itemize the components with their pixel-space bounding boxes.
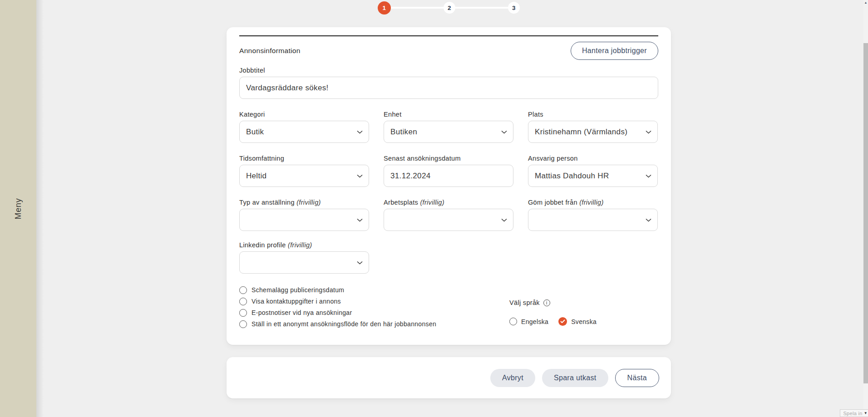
linkedin-profile-select[interactable] (239, 251, 369, 274)
gom-jobbet-fran-select[interactable] (528, 209, 658, 231)
kategori-value: Butik (246, 128, 264, 137)
jobbtitel-label: Jobbtitel (239, 67, 658, 74)
sidebar-shadow (36, 0, 44, 417)
section-title: Annonsinformation (239, 47, 301, 55)
gom-jobbet-fran-field: Göm jobbet från (frivillig) (528, 199, 658, 231)
ansokningsdatum-label: Senast ansökningsdatum (384, 155, 513, 162)
language-block: Välj språk i Engelska Svenska (509, 299, 597, 326)
stepper-connector (455, 7, 508, 9)
stepper-connector (391, 7, 444, 9)
ad-information-card: Annonsinformation Hantera jobbtrigger Jo… (227, 27, 671, 345)
checkbox-circle-icon (239, 286, 247, 294)
checkbox-anonymt-ansokningsflode[interactable]: Ställ in ett anonymt ansökningsflöde för… (239, 320, 436, 328)
checkbox-visa-kontaktuppgifter[interactable]: Visa kontaktuppgifter i annons (239, 297, 436, 305)
stepper-step-2[interactable]: 2 (444, 2, 455, 14)
checkbox-circle-icon (239, 309, 247, 317)
kategori-select[interactable]: Butik (239, 121, 369, 143)
cancel-button[interactable]: Avbryt (490, 369, 535, 387)
language-option-svenska[interactable]: Svenska (558, 317, 597, 326)
card-top-divider (239, 35, 658, 36)
chevron-down-icon (646, 130, 651, 134)
arbetsplats-select[interactable] (384, 209, 513, 231)
enhet-select[interactable]: Butiken (384, 121, 513, 143)
plats-value: Kristinehamn (Värmlands) (535, 128, 627, 137)
checkbox-circle-icon (239, 298, 247, 305)
options-checkbox-group: Schemalägg publiceringsdatum Visa kontak… (239, 286, 436, 331)
arbetsplats-label: Arbetsplats (frivillig) (384, 199, 513, 206)
linkedin-profile-field: Linkedin profile (frivillig) (239, 241, 369, 274)
caret-down-icon: ▼ (864, 411, 868, 415)
menu-toggle[interactable]: Meny (0, 191, 36, 227)
ansvarig-person-select[interactable]: Mattias Dahdouh HR (528, 165, 658, 187)
manage-jobtrigger-button[interactable]: Hantera jobbtrigger (571, 42, 658, 60)
plats-select[interactable]: Kristinehamn (Värmlands) (528, 121, 658, 143)
chevron-down-icon (357, 130, 363, 134)
jobbtitel-input[interactable] (239, 77, 658, 99)
enhet-value: Butiken (390, 128, 417, 137)
chevron-down-icon (646, 218, 651, 222)
stepper-step-3[interactable]: 3 (508, 2, 520, 14)
save-draft-button[interactable]: Spara utkast (542, 369, 608, 387)
next-button[interactable]: Nästa (615, 369, 659, 387)
tidsomfattning-field: Tidsomfattning Heltid (239, 155, 369, 187)
action-bar: Avbryt Spara utkast Nästa (227, 357, 671, 398)
arbetsplats-field: Arbetsplats (frivillig) (384, 199, 513, 231)
ansokningsdatum-field: Senast ansökningsdatum (384, 155, 513, 187)
kategori-field: Kategori Butik (239, 111, 369, 143)
radio-unchecked-icon (509, 318, 517, 325)
chevron-down-icon (357, 174, 363, 178)
tidsomfattning-value: Heltid (246, 172, 266, 181)
enhet-label: Enhet (384, 111, 513, 118)
checkbox-circle-icon (239, 320, 247, 328)
typ-av-anstallning-field: Typ av anställning (frivillig) (239, 199, 369, 231)
chevron-down-icon (501, 130, 507, 134)
plats-field: Plats Kristinehamn (Värmlands) (528, 111, 658, 143)
checkbox-epostnotiser[interactable]: E-postnotiser vid nya ansökningar (239, 309, 436, 317)
scrollbar-thumb[interactable] (863, 43, 868, 383)
ansokningsdatum-input[interactable] (384, 165, 513, 187)
enhet-field: Enhet Butiken (384, 111, 513, 143)
radio-checked-icon (558, 317, 567, 326)
ansvarig-person-field: Ansvarig person Mattias Dahdouh HR (528, 155, 658, 187)
kategori-label: Kategori (239, 111, 369, 118)
chevron-down-icon (357, 218, 363, 222)
scroll-up-arrow-icon[interactable]: ▲ (863, 0, 868, 5)
language-option-engelska[interactable]: Engelska (509, 318, 548, 325)
stepper-step-1[interactable]: 1 (378, 1, 391, 15)
typ-av-anstallning-label: Typ av anställning (frivillig) (239, 199, 369, 206)
sidebar: Meny (0, 0, 36, 417)
chevron-down-icon (501, 218, 507, 222)
gom-jobbet-fran-label: Göm jobbet från (frivillig) (528, 199, 658, 206)
record-button[interactable]: Spela in ▼ (840, 409, 868, 417)
ansvarig-person-value: Mattias Dahdouh HR (535, 172, 609, 181)
language-label: Välj språk (509, 299, 540, 306)
checkbox-schemalagg[interactable]: Schemalägg publiceringsdatum (239, 286, 436, 294)
info-icon[interactable]: i (543, 299, 550, 306)
tidsomfattning-label: Tidsomfattning (239, 155, 369, 162)
vertical-scrollbar[interactable]: ▲ (863, 0, 868, 417)
tidsomfattning-select[interactable]: Heltid (239, 165, 369, 187)
linkedin-profile-label: Linkedin profile (frivillig) (239, 241, 369, 249)
chevron-down-icon (646, 174, 651, 178)
stepper: 1 2 3 (227, 1, 671, 15)
plats-label: Plats (528, 111, 658, 118)
typ-av-anstallning-select[interactable] (239, 209, 369, 231)
ansvarig-person-label: Ansvarig person (528, 155, 658, 162)
chevron-down-icon (357, 261, 363, 265)
